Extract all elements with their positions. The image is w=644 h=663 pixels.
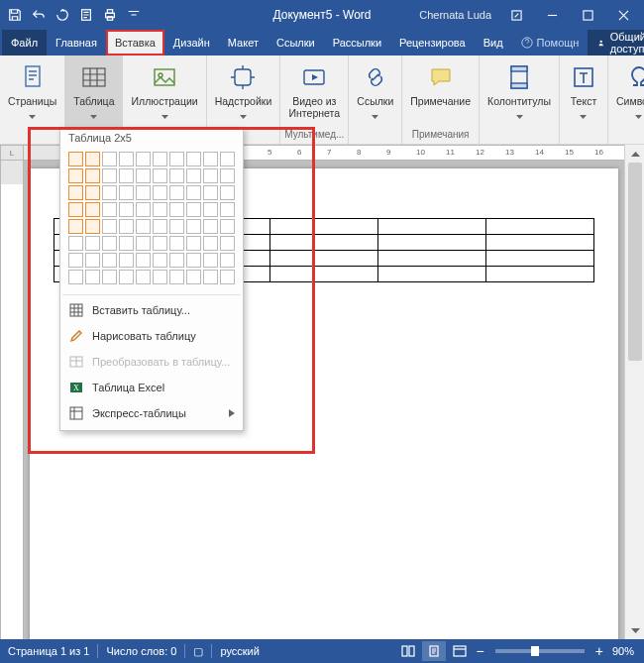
- tab-review[interactable]: Рецензирова: [390, 30, 475, 55]
- grid-cell[interactable]: [136, 236, 151, 251]
- scroll-thumb[interactable]: [628, 163, 642, 361]
- vertical-ruler[interactable]: [0, 161, 24, 639]
- grid-cell[interactable]: [85, 270, 100, 284]
- share-button[interactable]: Общий доступ: [588, 30, 644, 55]
- grid-cell[interactable]: [186, 270, 201, 284]
- print-icon[interactable]: [99, 4, 121, 26]
- grid-cell[interactable]: [102, 185, 117, 200]
- view-web-icon[interactable]: [448, 641, 472, 661]
- grid-cell[interactable]: [169, 202, 184, 217]
- zoom-in-button[interactable]: +: [592, 643, 606, 659]
- grid-cell[interactable]: [153, 270, 167, 284]
- grid-cell[interactable]: [68, 270, 83, 284]
- online-video-button[interactable]: Видео из Интернета: [284, 59, 344, 121]
- grid-cell[interactable]: [220, 219, 235, 234]
- status-proofing-icon[interactable]: ▢: [185, 645, 211, 658]
- grid-cell[interactable]: [203, 168, 218, 183]
- grid-cell[interactable]: [119, 253, 134, 268]
- tab-mailings[interactable]: Рассылки: [324, 30, 390, 55]
- grid-cell[interactable]: [169, 236, 184, 251]
- grid-cell[interactable]: [220, 236, 235, 251]
- grid-cell[interactable]: [203, 253, 218, 268]
- zoom-slider[interactable]: [495, 649, 585, 653]
- grid-cell[interactable]: [186, 202, 201, 217]
- links-button[interactable]: Ссылки: [353, 59, 397, 115]
- grid-cell[interactable]: [119, 168, 134, 183]
- grid-cell[interactable]: [169, 168, 184, 183]
- print-preview-icon[interactable]: [75, 4, 97, 26]
- grid-cell[interactable]: [153, 168, 167, 183]
- status-words[interactable]: Число слов: 0: [98, 645, 184, 657]
- user-name[interactable]: Chernata Luda: [419, 9, 491, 21]
- grid-cell[interactable]: [203, 270, 218, 284]
- grid-cell[interactable]: [136, 253, 151, 268]
- scroll-down-icon[interactable]: [625, 621, 644, 639]
- grid-cell[interactable]: [136, 168, 151, 183]
- grid-cell[interactable]: [85, 185, 100, 200]
- grid-cell[interactable]: [102, 168, 117, 183]
- grid-cell[interactable]: [119, 270, 134, 284]
- save-icon[interactable]: [4, 4, 26, 26]
- symbols-button[interactable]: Символы: [612, 59, 644, 115]
- tab-insert[interactable]: Вставка: [106, 30, 164, 55]
- grid-cell[interactable]: [85, 152, 100, 166]
- grid-cell[interactable]: [220, 253, 235, 268]
- menu-quick-tables[interactable]: Экспресс-таблицы: [60, 400, 243, 426]
- grid-cell[interactable]: [153, 236, 167, 251]
- grid-cell[interactable]: [136, 152, 151, 166]
- grid-cell[interactable]: [102, 219, 117, 234]
- grid-cell[interactable]: [68, 185, 83, 200]
- grid-cell[interactable]: [102, 253, 117, 268]
- close-icon[interactable]: [606, 0, 640, 30]
- grid-cell[interactable]: [169, 185, 184, 200]
- grid-cell[interactable]: [203, 236, 218, 251]
- grid-cell[interactable]: [186, 253, 201, 268]
- text-button[interactable]: Текст: [564, 59, 603, 115]
- grid-cell[interactable]: [186, 236, 201, 251]
- grid-cell[interactable]: [136, 202, 151, 217]
- grid-cell[interactable]: [203, 152, 218, 166]
- tab-home[interactable]: Главная: [47, 30, 106, 55]
- grid-cell[interactable]: [169, 270, 184, 284]
- comment-button[interactable]: Примечание: [406, 59, 475, 109]
- headers-button[interactable]: Колонтитулы: [483, 59, 555, 115]
- grid-cell[interactable]: [169, 219, 184, 234]
- grid-cell[interactable]: [220, 168, 235, 183]
- zoom-out-button[interactable]: −: [474, 643, 487, 659]
- grid-cell[interactable]: [85, 236, 100, 251]
- grid-cell[interactable]: [186, 168, 201, 183]
- grid-cell[interactable]: [153, 202, 167, 217]
- status-language[interactable]: русский: [212, 645, 267, 657]
- maximize-icon[interactable]: [571, 0, 604, 30]
- menu-insert-table[interactable]: Вставить таблицу...: [60, 297, 243, 323]
- vertical-scrollbar[interactable]: [624, 145, 644, 639]
- grid-cell[interactable]: [169, 253, 184, 268]
- grid-cell[interactable]: [68, 152, 83, 166]
- grid-cell[interactable]: [136, 270, 151, 284]
- grid-cell[interactable]: [119, 185, 134, 200]
- tab-references[interactable]: Ссылки: [268, 30, 324, 55]
- minimize-icon[interactable]: [535, 0, 569, 30]
- grid-cell[interactable]: [85, 202, 100, 217]
- ruler-corner[interactable]: L: [0, 145, 24, 161]
- grid-cell[interactable]: [186, 219, 201, 234]
- grid-cell[interactable]: [186, 152, 201, 166]
- view-read-icon[interactable]: [396, 641, 420, 661]
- grid-cell[interactable]: [85, 219, 100, 234]
- grid-cell[interactable]: [203, 219, 218, 234]
- grid-cell[interactable]: [119, 152, 134, 166]
- tab-design[interactable]: Дизайн: [164, 30, 219, 55]
- grid-cell[interactable]: [186, 185, 201, 200]
- grid-cell[interactable]: [136, 185, 151, 200]
- grid-cell[interactable]: [68, 253, 83, 268]
- grid-cell[interactable]: [136, 219, 151, 234]
- zoom-level[interactable]: 90%: [608, 645, 638, 657]
- grid-cell[interactable]: [102, 152, 117, 166]
- grid-cell[interactable]: [119, 202, 134, 217]
- grid-cell[interactable]: [119, 236, 134, 251]
- grid-cell[interactable]: [203, 202, 218, 217]
- grid-cell[interactable]: [220, 270, 235, 284]
- status-page[interactable]: Страница 1 из 1: [0, 645, 97, 657]
- grid-cell[interactable]: [220, 202, 235, 217]
- addins-button[interactable]: Надстройки: [211, 59, 276, 115]
